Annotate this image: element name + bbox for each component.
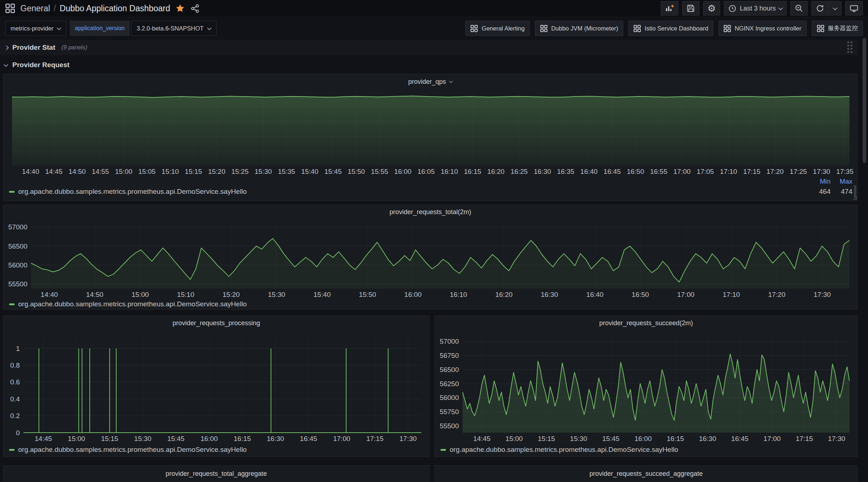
link-general-alerting[interactable]: General Alerting <box>465 21 530 36</box>
svg-text:16:45: 16:45 <box>300 435 317 442</box>
svg-text:16:00: 16:00 <box>634 435 652 442</box>
chevron-down-icon <box>833 5 837 10</box>
link-label: General Alerting <box>482 25 524 32</box>
svg-text:17:30: 17:30 <box>399 435 417 442</box>
zoom-out-time-button[interactable] <box>790 1 808 16</box>
dashboard-row-provider-request[interactable]: Provider Request <box>0 58 436 72</box>
provider-requests-processing-chart[interactable]: 14:4515:0015:1515:3015:4516:0016:1516:30… <box>6 330 426 444</box>
svg-text:15:20: 15:20 <box>223 291 240 298</box>
panel-header[interactable]: provider_qps <box>3 74 857 89</box>
svg-text:16:00: 16:00 <box>200 435 218 442</box>
series-color-swatch[interactable] <box>9 303 15 305</box>
series-color-swatch[interactable] <box>9 449 15 451</box>
chevron-down-icon <box>449 79 453 83</box>
series-color-swatch[interactable] <box>441 449 446 451</box>
svg-text:15:10: 15:10 <box>177 291 194 298</box>
svg-text:56500: 56500 <box>8 242 28 250</box>
panel-provider-requests-total-aggregate: provider_requests_total_aggregate <box>3 465 430 482</box>
save-icon <box>686 4 695 13</box>
svg-text:17:00: 17:00 <box>673 168 691 175</box>
legend-min-value: 464 <box>809 188 831 196</box>
legend-row: org.apache.dubbo.samples.metrics.prometh… <box>9 299 852 309</box>
row-drag-handle[interactable] <box>847 41 853 54</box>
panel-header[interactable]: provider_requests_processing <box>3 316 429 330</box>
svg-text:15:30: 15:30 <box>134 435 151 442</box>
legend-min-header[interactable]: Min <box>809 177 831 185</box>
dashboard-settings-button[interactable]: ⚙ <box>703 1 720 16</box>
svg-text:14:55: 14:55 <box>92 168 109 175</box>
toolbar-actions: ⚙ Last 3 hours <box>661 1 863 16</box>
legend-row: org.apache.dubbo.samples.metrics.prometh… <box>9 187 852 197</box>
link-nginx-ingress-controller[interactable]: NGINX Ingress controller <box>718 21 806 36</box>
svg-text:16:25: 16:25 <box>511 168 528 175</box>
row-title[interactable]: Provider Request <box>12 61 69 69</box>
panel-title: provider_qps <box>408 78 446 86</box>
provider-requests-total-chart[interactable]: 14:4014:5015:0015:1015:2015:3015:4015:50… <box>6 219 855 299</box>
link-server-monitoring[interactable]: 服务器监控 <box>812 21 863 36</box>
svg-text:16:20: 16:20 <box>495 291 513 298</box>
svg-text:16:05: 16:05 <box>417 168 435 175</box>
favorite-star-icon[interactable] <box>175 4 185 13</box>
refresh-dashboard-button[interactable] <box>811 1 829 16</box>
page-scrollbar-thumb[interactable] <box>863 38 866 163</box>
svg-text:16:30: 16:30 <box>267 435 284 442</box>
svg-text:15:00: 15:00 <box>506 435 523 442</box>
svg-text:56000: 56000 <box>8 261 28 269</box>
svg-text:16:30: 16:30 <box>699 435 717 442</box>
svg-text:16:35: 16:35 <box>557 168 575 175</box>
add-panel-button[interactable] <box>661 1 678 16</box>
datasource-variable-picker[interactable]: metrics-provider <box>5 21 66 36</box>
provider-requests-succeed-chart[interactable]: 14:4515:0015:1515:3015:4516:0016:1516:30… <box>438 330 855 444</box>
link-label: NGINX Ingress controller <box>735 25 801 32</box>
svg-text:14:45: 14:45 <box>35 435 52 442</box>
link-istio-service-dashboard[interactable]: Istio Service Dashboard <box>628 21 713 36</box>
application-version-picker[interactable]: 3.2.0-beta.6-SNAPSHOT <box>131 21 216 36</box>
svg-text:16:00: 16:00 <box>394 168 411 175</box>
series-name[interactable]: org.apache.dubbo.samples.metrics.prometh… <box>18 300 247 308</box>
panel-title: provider_requests_succeed_aggregate <box>589 470 703 478</box>
link-dubbo-jvm[interactable]: Dubbo JVM (Micrometer) <box>535 21 623 36</box>
save-dashboard-button[interactable] <box>682 1 699 16</box>
panel-header[interactable]: provider_requests_total(2m) <box>3 205 857 219</box>
svg-text:15:30: 15:30 <box>255 168 272 175</box>
cycle-view-mode-button[interactable] <box>845 1 863 16</box>
svg-text:16:50: 16:50 <box>632 291 649 298</box>
variable-value: metrics-provider <box>11 25 53 32</box>
svg-text:17:25: 17:25 <box>790 168 807 175</box>
share-icon[interactable] <box>190 4 200 13</box>
series-color-swatch[interactable] <box>9 191 15 193</box>
svg-text:16:50: 16:50 <box>627 168 644 175</box>
svg-text:15:45: 15:45 <box>167 435 185 442</box>
panel-header[interactable]: provider_requests_succeed(2m) <box>435 316 857 330</box>
panel-resize-handle[interactable] <box>853 196 857 200</box>
breadcrumb-separator: / <box>54 4 56 13</box>
provider-qps-chart[interactable]: 14:4014:4514:5014:5515:0015:0515:1015:15… <box>6 89 855 176</box>
series-name[interactable]: org.apache.dubbo.samples.metrics.prometh… <box>18 446 247 454</box>
svg-text:16:30: 16:30 <box>541 291 558 298</box>
legend-max-header[interactable]: Max <box>831 177 852 185</box>
svg-text:15:35: 15:35 <box>278 168 295 175</box>
series-name[interactable]: org.apache.dubbo.samples.metrics.prometh… <box>18 188 247 196</box>
svg-text:17:10: 17:10 <box>720 168 737 175</box>
svg-text:15:00: 15:00 <box>115 168 133 175</box>
svg-text:16:45: 16:45 <box>604 168 621 175</box>
chevron-down-icon <box>778 5 783 10</box>
panel-provider-requests-succeed-aggregate: provider_requests_succeed_aggregate <box>434 465 858 482</box>
svg-text:15:45: 15:45 <box>602 435 620 442</box>
dashboard-row-provider-stat[interactable]: Provider Stat (9 panels) <box>0 40 858 55</box>
panel-header[interactable]: provider_requests_succeed_aggregate <box>435 466 857 482</box>
svg-text:15:15: 15:15 <box>101 435 118 442</box>
refresh-interval-dropdown[interactable] <box>828 1 841 16</box>
svg-text:15:00: 15:00 <box>68 435 85 442</box>
apps-menu-icon[interactable] <box>5 3 15 13</box>
chevron-right-icon <box>4 45 9 50</box>
svg-text:16:10: 16:10 <box>450 291 467 298</box>
time-range-picker[interactable]: Last 3 hours <box>724 1 787 16</box>
panel-provider-requests-succeed: provider_requests_succeed(2m) 14:4515:00… <box>434 315 858 457</box>
svg-text:0.4: 0.4 <box>10 395 20 403</box>
svg-text:15:40: 15:40 <box>301 168 319 175</box>
series-name[interactable]: org.apache.dubbo.samples.metrics.prometh… <box>450 446 678 454</box>
row-title[interactable]: Provider Stat <box>12 44 55 52</box>
panel-header[interactable]: provider_requests_total_aggregate <box>3 466 429 482</box>
breadcrumb-section[interactable]: General <box>20 4 50 13</box>
